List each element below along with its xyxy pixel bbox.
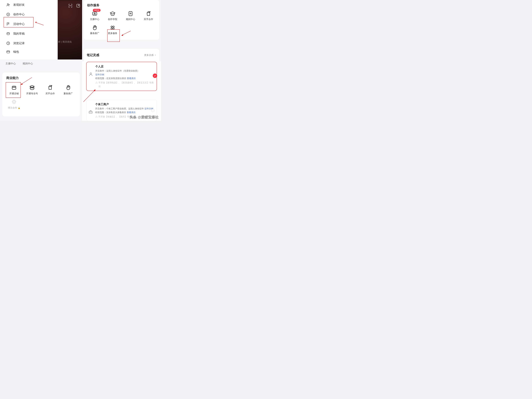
warning-icon <box>95 82 98 84</box>
cell-label: 薯条推广 <box>90 32 99 35</box>
share-icon[interactable] <box>76 3 81 8</box>
panel-profile-menu: 发现好友 创作中心 活动中心 我的草稿 <box>0 0 82 61</box>
bolt-icon <box>6 13 10 16</box>
scan-icon[interactable] <box>68 3 73 8</box>
cell-fries-promo[interactable]: 薯条推广 <box>59 83 77 98</box>
svg-point-19 <box>90 73 91 74</box>
section-title: 创作服务 <box>87 3 158 7</box>
cell-label: 更多服务 <box>108 32 117 35</box>
scope-line: 经营范围：仅支持售卖部分类目 查看类目 <box>95 77 154 80</box>
person-icon <box>89 72 93 76</box>
menu-item-creation-center[interactable]: 创作中心 <box>0 10 58 19</box>
draft-icon <box>6 32 10 36</box>
cell-academy[interactable]: 创作学院 <box>104 9 121 23</box>
menu-item-wallet[interactable]: 钱包 <box>0 48 58 57</box>
bag-up-icon <box>47 84 53 91</box>
fist-icon <box>92 25 98 31</box>
cell-open-pro[interactable]: PRO 开通专业号 <box>23 83 41 98</box>
cell-label: 规则中心 <box>126 18 135 21</box>
category-link[interactable]: 查看类目 <box>127 111 136 114</box>
svg-point-15 <box>113 26 114 27</box>
cell-open-store[interactable]: 开通店铺 <box>5 83 23 98</box>
menu-item-discover[interactable]: 发现好友 <box>0 0 58 10</box>
person-add-icon <box>6 3 10 7</box>
restricted-line: 不开放【家用电器】、【家具建材】、【珠宝玉石】等类目 <box>95 81 154 89</box>
cell-label: 买手合作 <box>45 92 55 95</box>
section-title: 笔记灵感 <box>87 53 99 57</box>
cell-label: 买手合作 <box>144 18 153 21</box>
svg-text:PRO: PRO <box>30 87 34 89</box>
cell-fries-promo[interactable]: 薯条推广 <box>86 23 104 38</box>
panel-store-types: 个人店 开店条件：运营人身份证件（无需营业执照） 证件示例 经营范围：仅支持售卖… <box>82 61 161 121</box>
cell-label: 开通专业号 <box>26 92 38 95</box>
svg-rect-3 <box>7 32 9 35</box>
svg-rect-5 <box>7 51 10 53</box>
svg-point-1 <box>7 4 9 5</box>
rules-icon: R <box>127 11 133 17</box>
selected-check-icon <box>153 74 157 78</box>
cell-rules[interactable]: R 规则中心 <box>121 9 139 23</box>
reward-badge: 领奖励 <box>93 9 101 12</box>
storefront-icon <box>11 84 17 91</box>
cell-label: 创作学院 <box>108 18 117 21</box>
cell-blogger-coop: 博主合作 🔒 <box>5 98 23 112</box>
menu-sheet: 发现好友 创作中心 活动中心 我的草稿 <box>0 0 58 61</box>
background-text: 析 | 简历优化 <box>58 40 72 43</box>
graduation-icon <box>110 11 116 17</box>
lock-icon: 🔒 <box>18 107 20 109</box>
more-link[interactable]: 更多灵感 <box>144 53 156 57</box>
cell-label: 主播中心 <box>90 18 99 21</box>
cell-broadcast-center[interactable]: 领奖励 主播中心 <box>86 9 104 23</box>
cell-buyer-coop[interactable]: 买手合作 <box>139 9 158 23</box>
more-grid-icon <box>110 25 116 31</box>
svg-point-11 <box>94 13 95 14</box>
category-link[interactable]: 查看类目 <box>127 77 136 80</box>
radio-unselected[interactable] <box>151 109 154 112</box>
cell-label: 博主合作 🔒 <box>8 106 20 109</box>
fist-icon <box>65 84 71 91</box>
svg-point-14 <box>111 26 112 27</box>
menu-item-history[interactable]: 浏览记录 <box>0 38 58 48</box>
cell-label: 薯条推广 <box>63 92 73 95</box>
menu-label: 活动中心 <box>13 22 25 26</box>
svg-point-17 <box>113 28 114 29</box>
business-card: 商业能力 开通店铺 PRO 开通专业号 <box>2 72 80 116</box>
chip-rules[interactable]: 规则中心 <box>23 62 33 65</box>
briefcase-icon <box>89 110 93 114</box>
store-type-personal[interactable]: 个人店 开店条件：运营人身份证件（无需营业执照） 证件示例 经营范围：仅支持售卖… <box>86 62 157 91</box>
svg-point-16 <box>111 28 112 29</box>
watermark-text: 头条 @爱瞪宝爆社 <box>130 115 159 120</box>
panel-business-ability: 主播中心 规则中心 商业能力 开通店铺 PRO <box>0 59 82 121</box>
chip-row: 主播中心 规则中心 <box>6 62 33 65</box>
menu-label: 浏览记录 <box>13 41 25 45</box>
scope-line: 经营范围：支持售卖大多数类目 查看类目 <box>95 111 154 114</box>
section-title: 商业能力 <box>6 76 77 80</box>
condition-line: 开店条件：运营人身份证件（无需营业执照） <box>95 69 154 73</box>
panel-creation-services: 创作服务 领奖励 主播中心 创作学院 <box>82 0 161 61</box>
menu-item-activity[interactable]: 活动中心 <box>0 19 58 29</box>
chevron-right-icon <box>154 54 156 56</box>
pro-icon: PRO <box>29 84 35 91</box>
menu-label: 我的草稿 <box>13 32 25 36</box>
warning-icon <box>95 115 98 118</box>
sample-link[interactable]: 证件示例 <box>95 73 104 76</box>
condition-line: 开店条件：个体工商户营业执照、运营人身份证件 证件示例 <box>95 107 154 111</box>
sparkle-icon <box>11 99 17 105</box>
wallet-icon <box>6 50 10 54</box>
bag-up-icon <box>146 11 152 17</box>
menu-label: 发现好友 <box>13 3 25 7</box>
svg-text:R: R <box>130 12 131 15</box>
svg-rect-20 <box>89 111 92 113</box>
chip-broadcast[interactable]: 主播中心 <box>6 62 16 65</box>
menu-label: 钱包 <box>13 50 19 54</box>
menu-label: 创作中心 <box>13 13 25 16</box>
cell-more-services[interactable]: 更多服务 <box>104 23 121 38</box>
flag-icon <box>6 22 10 26</box>
svg-rect-10 <box>93 12 97 15</box>
store-type-title: 个体工商户 <box>95 102 154 106</box>
services-card: 创作服务 领奖励 主播中心 创作学院 <box>84 0 159 40</box>
cell-buyer-coop[interactable]: 买手合作 <box>41 83 59 98</box>
menu-item-drafts[interactable]: 我的草稿 <box>0 29 58 38</box>
store-type-title: 个人店 <box>95 65 154 68</box>
history-icon <box>6 41 10 45</box>
